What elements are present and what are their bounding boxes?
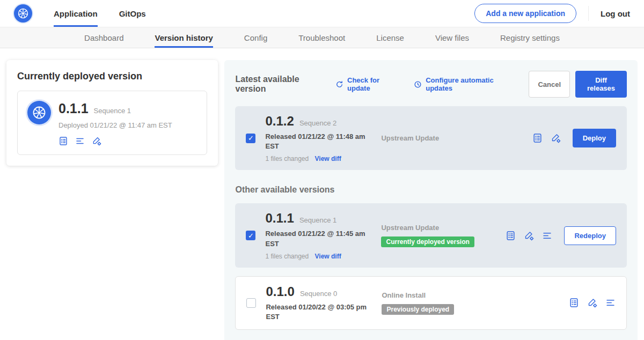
version-source: Upstream Update [381,224,439,232]
version-row-0-1-0: 0.1.0 Sequence 0 Released 01/20/22 @ 03:… [235,276,627,330]
checkbox-check-icon: ✓ [248,134,254,142]
released-timestamp: Released 01/21/22 @ 11:45 am EST [265,229,374,248]
edit-config-icon[interactable] [551,133,561,143]
version-number: 0.1.2 [265,114,294,129]
currently-deployed-badge: Currently deployed version [381,236,474,247]
version-sequence: Sequence 0 [300,290,337,298]
tab-config[interactable]: Config [244,27,267,48]
release-notes-icon[interactable] [58,136,68,146]
tab-license[interactable]: License [376,27,404,48]
released-timestamp: Released 01/21/22 @ 11:48 am EST [265,132,374,151]
nav-item-application[interactable]: Application [54,0,98,27]
deployed-panel-title: Currently deployed version [17,71,207,82]
deployed-version-info: 0.1.1 Sequence 1 Deployed 01/21/22 @ 11:… [58,101,172,146]
version-source-block: Upstream Update [381,134,506,142]
redeploy-button[interactable]: Redeploy [564,226,616,245]
diff-icon[interactable] [605,298,616,308]
version-row-0-1-1: ✓ 0.1.1 Sequence 1 Released 01/21/22 @ 1… [235,203,627,267]
version-checkbox[interactable]: ✓ [246,134,255,143]
primary-nav: Application GitOps [54,0,167,27]
deployed-version-card: 0.1.1 Sequence 1 Deployed 01/21/22 @ 11:… [17,91,207,155]
version-row-actions [569,298,616,308]
files-changed-label: 1 files changed [265,155,309,162]
release-notes-icon[interactable] [569,298,579,308]
version-source-block: Upstream Update Currently deployed versi… [381,224,506,247]
latest-available-title: Latest available version [235,75,325,94]
checkbox-check-icon: ✓ [248,232,254,240]
version-info: 0.1.0 Sequence 0 Released 01/20/22 @ 03:… [266,284,374,322]
version-row-0-1-2: ✓ 0.1.2 Sequence 2 Released 01/21/22 @ 1… [235,106,627,170]
diff-icon[interactable] [75,136,85,146]
tab-version-history[interactable]: Version history [155,27,213,48]
version-checkbox[interactable]: ✓ [246,231,255,240]
deployed-actions [58,136,172,146]
deployed-sequence-label: Sequence 1 [94,107,131,115]
header-actions: Cancel Diff releases [529,71,627,98]
clock-icon [414,80,422,88]
release-notes-icon[interactable] [532,133,543,143]
files-line: 1 files changed View diff [265,155,374,162]
version-row-actions: Deploy [532,129,616,147]
kubernetes-logo-icon [14,4,32,23]
view-diff-link[interactable]: View diff [315,253,341,260]
diff-icon[interactable] [542,231,552,241]
version-info: 0.1.1 Sequence 1 Released 01/21/22 @ 11:… [265,211,374,260]
deployed-version-number: 0.1.1 [58,101,89,116]
main-content: Currently deployed version 0.1.1 Sequenc… [0,48,644,340]
deploy-button[interactable]: Deploy [573,129,616,147]
version-source-block: Online Install Previously deployed [382,291,506,315]
version-number: 0.1.1 [265,211,294,226]
version-source: Upstream Update [381,134,439,142]
available-versions-panel: Latest available version Check for updat… [224,60,638,340]
version-info: 0.1.2 Sequence 2 Released 01/21/22 @ 11:… [265,114,374,162]
configure-updates-label: Configure automatic updates [426,76,514,92]
logout-button[interactable]: Log out [588,6,630,21]
tab-dashboard[interactable]: Dashboard [84,27,123,48]
released-timestamp: Released 01/20/22 @ 03:05 pm EST [266,302,374,322]
version-checkbox[interactable] [246,298,256,308]
refresh-icon [335,80,343,88]
version-number: 0.1.0 [266,284,294,299]
available-panel-header: Latest available version Check for updat… [235,71,627,98]
check-for-update-link[interactable]: Check for update [335,76,399,92]
tab-view-files[interactable]: View files [435,27,469,48]
configure-updates-link[interactable]: Configure automatic updates [414,76,514,92]
deployed-timestamp: Deployed 01/21/22 @ 11:47 am EST [58,121,172,129]
files-changed-label: 1 files changed [265,253,309,260]
kubernetes-icon [27,101,51,124]
tab-registry-settings[interactable]: Registry settings [500,27,560,48]
edit-config-icon[interactable] [587,298,597,308]
version-row-actions: Redeploy [506,226,616,245]
add-application-button[interactable]: Add a new application [474,4,576,23]
release-notes-icon[interactable] [506,231,516,241]
version-source: Online Install [382,291,426,299]
app-tab-bar: Dashboard Version history Config Trouble… [0,27,644,48]
view-diff-link[interactable]: View diff [315,155,341,162]
tab-troubleshoot[interactable]: Troubleshoot [298,27,345,48]
check-for-update-label: Check for update [347,76,399,92]
diff-releases-button[interactable]: Diff releases [575,71,627,98]
other-versions-title: Other available versions [235,185,627,195]
edit-config-icon[interactable] [524,231,534,241]
cancel-button[interactable]: Cancel [529,71,570,98]
version-sequence: Sequence 2 [299,119,336,127]
version-sequence: Sequence 1 [299,216,336,224]
files-line: 1 files changed View diff [265,253,374,260]
nav-item-gitops[interactable]: GitOps [119,0,146,27]
currently-deployed-panel: Currently deployed version 0.1.1 Sequenc… [6,60,218,166]
top-navbar: Application GitOps Add a new application… [0,0,644,27]
previously-deployed-badge: Previously deployed [382,304,454,315]
edit-config-icon[interactable] [92,136,101,146]
